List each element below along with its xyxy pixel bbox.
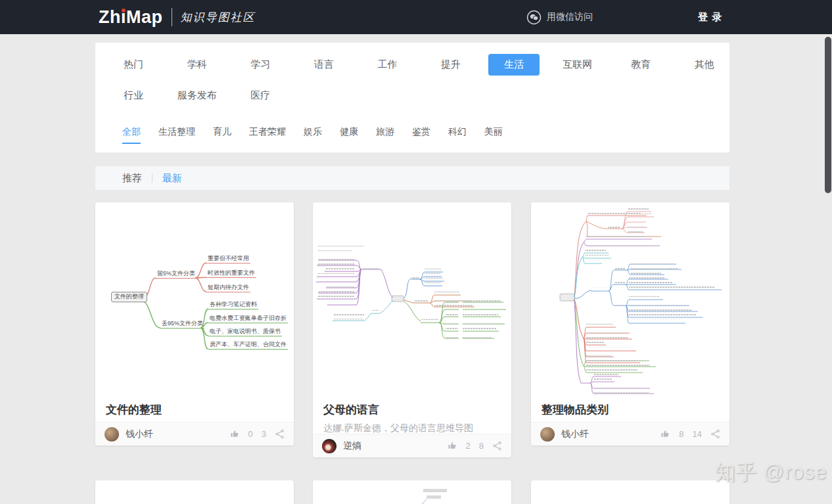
share-icon[interactable] bbox=[492, 441, 502, 451]
category-tab[interactable]: 行业 bbox=[102, 84, 166, 106]
like-count: 2 bbox=[466, 441, 471, 451]
logo-text: ZhiMap bbox=[99, 7, 163, 28]
watermark: 知乎 @rose zz bbox=[715, 459, 832, 486]
avatar[interactable] bbox=[104, 427, 119, 442]
category-row-2: 行业 服务发布 医疗 bbox=[102, 84, 292, 106]
sort-divider bbox=[152, 173, 152, 183]
mindmap-thumbnail[interactable] bbox=[313, 480, 511, 504]
card-stats: 8 14 bbox=[660, 429, 720, 439]
subcategory-tab[interactable]: 生活整理 bbox=[158, 126, 195, 142]
like-count: 8 bbox=[679, 429, 683, 439]
card-stats: 0 3 bbox=[230, 429, 285, 439]
subcategory-row: 全部 生活整理 育儿 王者荣耀 娱乐 健康 旅游 鉴赏 科幻 美丽 bbox=[122, 124, 503, 144]
subcategory-tab-active[interactable]: 全部 bbox=[122, 126, 141, 142]
card-footer: 逆熵 2 8 bbox=[313, 434, 511, 457]
logo-divider bbox=[172, 8, 172, 26]
category-tab[interactable]: 医疗 bbox=[229, 84, 292, 106]
app-header: ZhiMap 知识导图社区 用微信访问 登 录 bbox=[0, 0, 832, 34]
category-tab-active[interactable]: 生活 bbox=[482, 53, 546, 76]
mindmap-leaf-node: 重要但不经常用 bbox=[206, 255, 250, 263]
card-title: 整理物品类别 bbox=[531, 396, 729, 419]
subcategory-tab[interactable]: 娱乐 bbox=[304, 126, 322, 142]
author-name[interactable]: 钱小纤 bbox=[561, 428, 660, 440]
mindmap-branch-node: 丢95%文件分类 bbox=[160, 320, 204, 329]
mindmap-thumbnail[interactable] bbox=[531, 202, 729, 396]
category-tab[interactable]: 互联网 bbox=[546, 53, 610, 76]
mindmap-root-node: 文件的整理 bbox=[111, 292, 147, 302]
mindmap-card[interactable] bbox=[313, 480, 511, 504]
author-name[interactable]: 钱小纤 bbox=[126, 428, 230, 440]
subcategory-tab[interactable]: 鉴赏 bbox=[412, 126, 430, 142]
subcategory-tab[interactable]: 科幻 bbox=[448, 126, 467, 142]
mindmap-card[interactable]: 文件的整理 留5%文件分类 重要但不经常用 时效性的重要文件 短期内待办文件 丢… bbox=[95, 202, 294, 446]
avatar[interactable] bbox=[322, 439, 336, 453]
card-stats: 2 8 bbox=[448, 441, 502, 451]
category-row-1: 热门 学科 学习 语言 工作 提升 生活 互联网 教育 其他 bbox=[102, 53, 736, 76]
category-tab[interactable]: 其他 bbox=[673, 53, 737, 76]
category-tab[interactable]: 服务发布 bbox=[166, 84, 229, 106]
card-footer: 钱小纤 8 14 bbox=[531, 422, 729, 446]
mindmap-leaf-node: 各种学习笔记资料 bbox=[208, 301, 258, 309]
mindmap-card[interactable]: 整理物品类别 钱小纤 8 14 bbox=[531, 202, 729, 446]
card-title: 文件的整理 bbox=[95, 396, 294, 419]
subcategory-tab[interactable]: 健康 bbox=[340, 126, 358, 142]
category-tab[interactable]: 工作 bbox=[356, 53, 419, 76]
mindmap-thumbnail[interactable]: 文件的整理 留5%文件分类 重要但不经常用 时效性的重要文件 短期内待办文件 丢… bbox=[95, 202, 294, 396]
thumbs-up-icon[interactable] bbox=[230, 429, 240, 439]
sort-option-recommend[interactable]: 推荐 bbox=[122, 172, 142, 185]
mindmap-lines bbox=[313, 480, 511, 504]
mindmap-branch-node: 留5%文件分类 bbox=[156, 270, 196, 279]
mindmap-card[interactable] bbox=[95, 480, 294, 504]
subcategory-tab[interactable]: 旅游 bbox=[376, 126, 394, 142]
wechat-access-button[interactable]: 用微信访问 bbox=[526, 0, 593, 34]
mindmap-card[interactable] bbox=[531, 480, 729, 504]
mindmap-thumbnail[interactable] bbox=[313, 202, 511, 396]
author-name[interactable]: 逆熵 bbox=[343, 440, 448, 452]
category-tab[interactable]: 学科 bbox=[166, 53, 229, 76]
mindmap-card[interactable]: 父母的语言 达娜.萨斯金德，父母的语言思维导图 逆熵 2 8 bbox=[313, 202, 511, 457]
scrollbar-thumb[interactable] bbox=[825, 37, 831, 193]
card-footer: 钱小纤 0 3 bbox=[95, 422, 294, 446]
site-tagline: 知识导图社区 bbox=[181, 10, 256, 25]
view-count: 8 bbox=[479, 441, 484, 451]
mindmap-lines bbox=[531, 202, 729, 396]
thumbs-up-icon[interactable] bbox=[660, 429, 670, 439]
mindmap-leaf-node: 短期内待办文件 bbox=[206, 284, 250, 292]
active-category-pill: 生活 bbox=[488, 54, 540, 76]
sort-option-latest[interactable]: 最新 bbox=[162, 172, 182, 185]
avatar[interactable] bbox=[540, 427, 555, 442]
wechat-access-label: 用微信访问 bbox=[547, 11, 593, 23]
category-panel: 热门 学科 学习 语言 工作 提升 生活 互联网 教育 其他 行业 服务发布 医… bbox=[95, 43, 729, 152]
wechat-icon bbox=[526, 10, 542, 25]
logo-i: i bbox=[121, 7, 126, 28]
subcategory-tab[interactable]: 育儿 bbox=[213, 126, 231, 142]
logo-prefix: Zh bbox=[99, 7, 121, 28]
thumbs-up-icon[interactable] bbox=[448, 441, 457, 451]
login-button[interactable]: 登 录 bbox=[698, 0, 722, 34]
category-tab[interactable]: 语言 bbox=[292, 53, 356, 76]
subcategory-tab[interactable]: 美丽 bbox=[484, 126, 503, 142]
share-icon[interactable] bbox=[275, 429, 285, 439]
category-tab[interactable]: 教育 bbox=[609, 53, 673, 76]
category-tab[interactable]: 学习 bbox=[229, 53, 292, 76]
mindmap-lines bbox=[313, 202, 511, 396]
share-icon[interactable] bbox=[710, 429, 720, 439]
logo-suffix: Map bbox=[126, 7, 163, 28]
card-title: 父母的语言 bbox=[313, 396, 511, 419]
category-tab[interactable]: 提升 bbox=[419, 53, 483, 76]
page: ZhiMap 知识导图社区 用微信访问 登 录 热门 学科 学习 语言 工作 提… bbox=[0, 0, 832, 504]
logo[interactable]: ZhiMap 知识导图社区 bbox=[99, 0, 256, 34]
mindmap-leaf-node: 电子、家电说明书、质保书 bbox=[208, 328, 282, 336]
view-count: 3 bbox=[262, 429, 266, 439]
like-count: 0 bbox=[248, 429, 253, 439]
subcategory-tab[interactable]: 王者荣耀 bbox=[249, 126, 286, 142]
category-tab[interactable]: 热门 bbox=[102, 53, 166, 76]
mindmap-leaf-node: 电费水费工资账单条子旧存折 bbox=[208, 315, 288, 323]
mindmap-leaf-node: 时效性的重要文件 bbox=[206, 269, 256, 278]
mindmap-leaf-node: 房产本、车产证明、合同文件 bbox=[208, 341, 288, 350]
view-count: 14 bbox=[693, 429, 702, 439]
sort-bar: 推荐 最新 bbox=[95, 166, 729, 190]
